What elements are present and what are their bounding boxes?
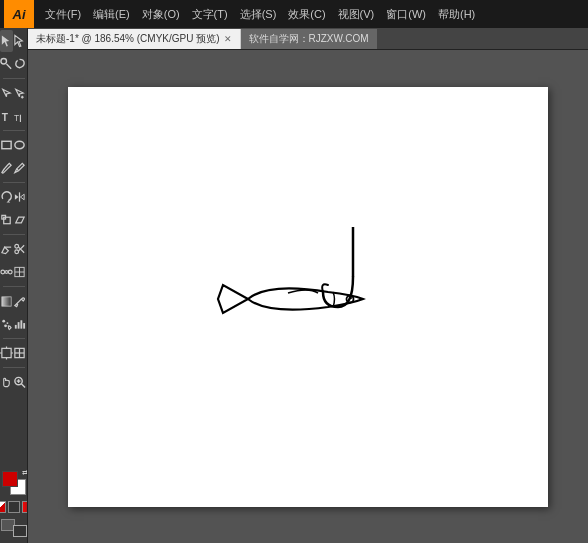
menu-bar: 文件(F) 编辑(E) 对象(O) 文字(T) 选择(S) 效果(C) 视图(V…	[40, 5, 584, 24]
fish	[218, 285, 363, 313]
content-area: 未标题-1* @ 186.54% (CMYK/GPU 预览) ✕ 软件自学网：R…	[28, 28, 588, 543]
touch-type-tool[interactable]: T	[13, 105, 26, 127]
swap-fill-stroke[interactable]	[1, 519, 27, 537]
type-tool[interactable]: T	[0, 105, 13, 127]
eraser-tool[interactable]	[0, 238, 13, 260]
color-mode-none[interactable]	[0, 501, 6, 513]
svg-marker-0	[2, 35, 9, 46]
sep5	[3, 286, 25, 287]
tab-bar: 未标题-1* @ 186.54% (CMYK/GPU 预览) ✕ 软件自学网：R…	[28, 28, 588, 50]
zoom-tool[interactable]	[13, 371, 26, 393]
foreground-color-box[interactable]	[2, 471, 18, 487]
menu-select[interactable]: 选择(S)	[235, 5, 282, 24]
menu-help[interactable]: 帮助(H)	[433, 5, 480, 24]
svg-rect-9	[2, 141, 11, 148]
eyedropper-tool[interactable]	[13, 290, 26, 312]
paintbrush-tool[interactable]	[0, 157, 13, 179]
ai-logo: Ai	[4, 0, 34, 28]
pencil-tool[interactable]	[13, 157, 26, 179]
slice-tool[interactable]	[13, 342, 26, 364]
blend-tool[interactable]	[0, 261, 13, 283]
svg-marker-12	[7, 201, 11, 203]
shear-tool[interactable]	[13, 209, 26, 231]
sep4	[3, 234, 25, 235]
select-tool[interactable]	[0, 30, 13, 52]
lasso-tool[interactable]	[13, 53, 26, 75]
hand-zoom-row	[0, 371, 27, 393]
title-bar: Ai 文件(F) 编辑(E) 对象(O) 文字(T) 选择(S) 效果(C) 视…	[0, 0, 588, 28]
magic-wand-tool[interactable]	[0, 53, 13, 75]
document-canvas	[68, 87, 548, 507]
svg-point-49	[350, 297, 352, 299]
gradient-tool[interactable]	[0, 290, 13, 312]
tab-document[interactable]: 未标题-1* @ 186.54% (CMYK/GPU 预览) ✕	[28, 29, 241, 49]
svg-rect-26	[2, 296, 11, 305]
svg-rect-31	[15, 325, 17, 329]
hand-tool[interactable]	[0, 371, 13, 393]
svg-point-17	[15, 244, 19, 248]
svg-text:T: T	[14, 113, 19, 123]
tab-website-label: 软件自学网：RJZXW.COM	[249, 32, 369, 46]
menu-window[interactable]: 窗口(W)	[381, 5, 431, 24]
svg-point-3	[1, 58, 7, 64]
svg-point-21	[1, 270, 5, 274]
color-modes-row	[0, 501, 28, 513]
wand-lasso-row	[0, 53, 27, 75]
menu-edit[interactable]: 编辑(E)	[88, 5, 135, 24]
gradient-row	[0, 290, 27, 312]
ellipse-tool[interactable]	[13, 134, 26, 156]
menu-text[interactable]: 文字(T)	[187, 5, 233, 24]
menu-view[interactable]: 视图(V)	[333, 5, 380, 24]
svg-rect-35	[2, 348, 11, 357]
sep3	[3, 182, 25, 183]
svg-rect-14	[4, 217, 11, 224]
rect-tool[interactable]	[0, 134, 13, 156]
svg-text:T: T	[2, 112, 9, 123]
svg-rect-32	[18, 322, 20, 329]
svg-line-2	[7, 64, 12, 69]
add-anchor-tool[interactable]	[13, 82, 26, 104]
mesh-tool[interactable]	[13, 261, 26, 283]
eraser-row	[0, 238, 27, 260]
tab-website[interactable]: 软件自学网：RJZXW.COM	[241, 29, 377, 49]
direct-select-tool[interactable]	[13, 30, 26, 52]
scale-tool[interactable]	[0, 209, 13, 231]
canvas-area	[28, 50, 588, 543]
color-mode-solid[interactable]	[8, 501, 20, 513]
menu-file[interactable]: 文件(F)	[40, 5, 86, 24]
svg-point-10	[15, 141, 24, 148]
svg-line-11	[17, 169, 19, 171]
svg-point-28	[2, 320, 5, 323]
swap-colors-icon[interactable]: ⇄	[22, 469, 28, 477]
symbol-spray-tool[interactable]	[0, 313, 13, 335]
svg-point-30	[4, 324, 7, 327]
color-area: ⇄	[0, 465, 27, 541]
artwork	[198, 227, 418, 367]
sep6	[3, 338, 25, 339]
svg-line-44	[21, 384, 25, 388]
symbol-row	[0, 313, 27, 335]
select-tools-row	[0, 30, 27, 52]
scissors-tool[interactable]	[13, 238, 26, 260]
scale-row	[0, 209, 27, 231]
artboard-row	[0, 342, 27, 364]
pen-tool[interactable]	[0, 82, 13, 104]
sep1	[3, 78, 25, 79]
color-boxes[interactable]: ⇄	[0, 469, 28, 497]
menu-effect[interactable]: 效果(C)	[283, 5, 330, 24]
main-layout: T T	[0, 28, 588, 543]
menu-object[interactable]: 对象(O)	[137, 5, 185, 24]
rotate-row	[0, 186, 27, 208]
svg-rect-34	[23, 323, 25, 329]
blend-row	[0, 261, 27, 283]
graph-tool[interactable]	[13, 313, 26, 335]
tab-document-label: 未标题-1* @ 186.54% (CMYK/GPU 预览)	[36, 32, 220, 46]
rotate-tool[interactable]	[0, 186, 13, 208]
pen-row	[0, 82, 27, 104]
svg-rect-33	[20, 320, 22, 328]
reflect-tool[interactable]	[13, 186, 26, 208]
type-row: T T	[0, 105, 27, 127]
artboard-tool[interactable]	[0, 342, 13, 364]
sep2	[3, 130, 25, 131]
tab-document-close[interactable]: ✕	[224, 34, 232, 44]
